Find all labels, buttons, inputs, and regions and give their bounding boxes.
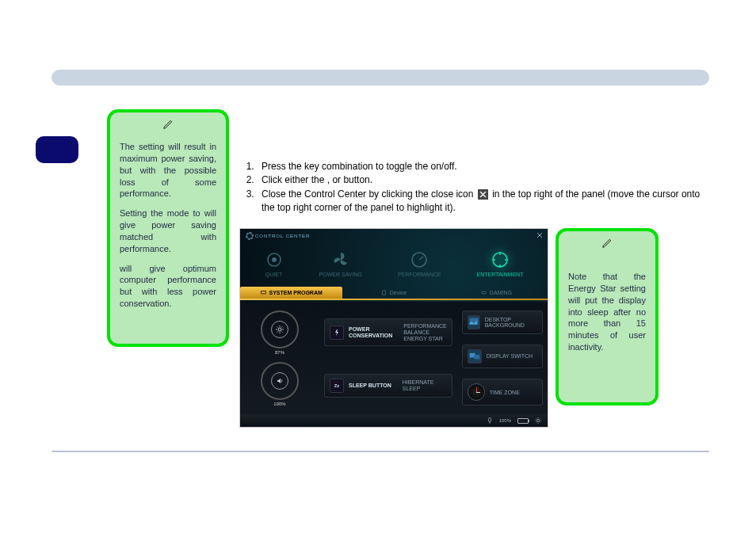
card-display-switch[interactable]: DISPLAY SWITCH: [462, 345, 543, 368]
card-time-zone[interactable]: TIME ZONE: [462, 379, 543, 405]
battery-pct: 100%: [499, 418, 511, 423]
callout-text: Note that the Energy Star setting will p…: [568, 271, 646, 353]
plug-icon: [487, 417, 493, 424]
gauge-icon: [410, 250, 429, 269]
cc-body: 87% 100% POWER CONSERVATION PERFORMANCE: [240, 302, 548, 414]
clock-icon: [468, 383, 485, 401]
svg-point-12: [536, 419, 539, 421]
pencil-icon: [601, 238, 613, 250]
instruction-list: Press the key combination to toggle the …: [239, 160, 707, 215]
callout-energy-star: Note that the Energy Star setting will p…: [556, 228, 659, 405]
fan-icon: [331, 250, 350, 269]
list-item: Click either the , or button.: [257, 173, 707, 187]
close-icon[interactable]: [536, 232, 543, 240]
control-center-screenshot: CONTROL CENTER QUIET POWER SAVING PERFOR…: [239, 228, 548, 428]
list-item: Close the Control Center by clicking the…: [257, 188, 707, 215]
cc-footer: 100%: [240, 414, 548, 427]
side-tab: [36, 136, 78, 163]
cc-col-right: DESKTOP BACKGROUND DISPLAY SWITCH TIME Z…: [457, 302, 548, 414]
dial-label: 100%: [273, 402, 285, 406]
cc-title: CONTROL CENTER: [246, 233, 310, 239]
cc-col-middle: POWER CONSERVATION PERFORMANCE BALANCE E…: [319, 302, 457, 414]
dial-label: 87%: [275, 350, 284, 355]
pencil-icon: [162, 119, 174, 131]
logo-icon: [246, 233, 253, 239]
mode-quiet[interactable]: QUIET: [265, 250, 284, 277]
svg-point-8: [278, 328, 281, 331]
volume-dial[interactable]: 100%: [261, 362, 299, 406]
tab-system-program[interactable]: SYSTEM PROGRAM: [240, 287, 342, 299]
card-power-conservation[interactable]: POWER CONSERVATION PERFORMANCE BALANCE E…: [324, 318, 452, 346]
callout-text: will give optimum computer performance b…: [120, 263, 216, 310]
cc-tab-row: SYSTEM PROGRAM Device GAMING: [240, 284, 548, 300]
sleep-icon: Zz: [330, 379, 344, 393]
tab-device[interactable]: Device: [342, 287, 445, 299]
svg-rect-7: [481, 291, 486, 294]
brightness-dial[interactable]: 87%: [261, 310, 299, 355]
svg-rect-5: [261, 291, 265, 294]
cc-dials: 87% 100%: [240, 302, 319, 414]
crosshair-icon: [491, 250, 510, 269]
card-desktop-background[interactable]: DESKTOP BACKGROUND: [462, 310, 543, 334]
mode-entertainment[interactable]: ENTERTAINMENT: [477, 250, 524, 277]
card-sleep-button[interactable]: Zz SLEEP BUTTON HIBERNATE SLEEP: [324, 374, 452, 398]
power-icon: [330, 326, 344, 340]
gear-icon[interactable]: [535, 417, 541, 424]
desktop-bg-icon: [468, 315, 480, 329]
callout-text: Setting the mode to will give power savi…: [120, 207, 216, 254]
quiet-icon: [265, 250, 284, 269]
battery-icon: [517, 418, 529, 424]
cc-mode-row: QUIET POWER SAVING PERFORMANCE ENTERTAIN…: [240, 243, 548, 284]
svg-rect-6: [382, 290, 385, 295]
display-switch-icon: [468, 349, 482, 364]
close-icon: [478, 189, 488, 200]
svg-rect-11: [474, 355, 479, 360]
mode-power-saving[interactable]: POWER SAVING: [319, 250, 362, 277]
list-item: Press the key combination to toggle the …: [257, 160, 707, 173]
tab-gaming[interactable]: GAMING: [445, 287, 548, 299]
callout-power-modes: The setting will result in maximum power…: [107, 109, 229, 347]
callout-text: The setting will result in maximum power…: [120, 141, 216, 200]
svg-point-2: [272, 257, 277, 262]
mode-performance[interactable]: PERFORMANCE: [398, 250, 441, 277]
header-bar: [52, 70, 709, 86]
divider: [52, 451, 709, 452]
